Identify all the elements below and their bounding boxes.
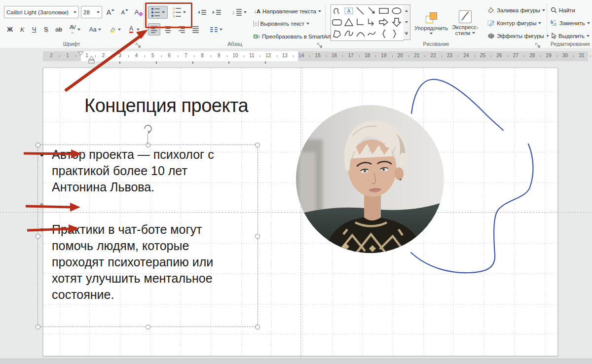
ruler-number: 24 bbox=[463, 53, 469, 58]
grow-font-icon bbox=[111, 9, 114, 11]
shadow-letter: S bbox=[44, 26, 48, 33]
ruler-tick bbox=[475, 55, 475, 57]
decrease-indent-button[interactable] bbox=[195, 6, 208, 19]
quick-styles-button[interactable]: Экспресс- стили bbox=[449, 4, 481, 42]
align-left-button[interactable] bbox=[148, 23, 160, 36]
decrease-indent-icon bbox=[197, 10, 206, 15]
arrange-button[interactable]: Упорядочить bbox=[415, 4, 447, 42]
replace-label: Заменить bbox=[559, 20, 585, 26]
rotate-handle[interactable] bbox=[143, 123, 153, 134]
horizontal-ruler[interactable]: 2112345678910111213141516171819202122232… bbox=[43, 51, 588, 61]
resize-handle-top-right[interactable] bbox=[255, 143, 260, 147]
chevron-down-icon bbox=[97, 11, 100, 13]
shrink-font-button[interactable]: А bbox=[118, 6, 131, 18]
shape-outline-button[interactable]: Контур фигуры bbox=[487, 20, 541, 27]
group-divider bbox=[547, 3, 547, 39]
text-shadow-button[interactable]: S bbox=[40, 23, 51, 36]
ruler-tick bbox=[540, 55, 541, 57]
gallery-scroll-down-button[interactable] bbox=[403, 17, 409, 28]
character-spacing-button[interactable]: AV ↔ bbox=[66, 23, 84, 36]
numbering-button[interactable]: 1 2 3 bbox=[170, 6, 189, 19]
font-color-bar bbox=[129, 32, 133, 33]
resize-handle-bottom-right[interactable] bbox=[255, 325, 260, 329]
slide-title[interactable]: Концепция проекта bbox=[84, 95, 248, 116]
line-spacing-icon: ↕ bbox=[232, 9, 242, 16]
resize-handle-middle-right[interactable] bbox=[255, 234, 260, 239]
bullet-paragraph-1[interactable]: • Автор проекта — психолог с практикой б… bbox=[40, 146, 214, 195]
smartart-label: Преобразовать в SmartArt bbox=[262, 34, 331, 39]
font-color-button[interactable]: А bbox=[125, 23, 142, 36]
bullet-marker: • bbox=[40, 146, 52, 195]
spacing-letters: AV bbox=[70, 25, 75, 30]
portrait-photo[interactable] bbox=[296, 105, 444, 253]
drawing-dialog-launcher[interactable] bbox=[535, 41, 541, 47]
paragraph-dialog-launcher[interactable] bbox=[317, 41, 323, 47]
increase-indent-button[interactable] bbox=[210, 6, 223, 19]
change-case-button[interactable]: Aa bbox=[87, 23, 104, 36]
ruler-tick bbox=[244, 55, 244, 57]
left-right-arrows-icon: ↔ bbox=[70, 30, 74, 35]
ruler-tick bbox=[309, 55, 310, 57]
bold-button[interactable]: Ж bbox=[4, 23, 16, 36]
bullet-marker: • bbox=[40, 221, 52, 303]
editing-group-label: Редактирование bbox=[549, 41, 592, 47]
ruler-tick bbox=[392, 55, 393, 57]
replace-button[interactable]: bc Заменить bbox=[551, 20, 590, 26]
align-right-button[interactable] bbox=[176, 23, 188, 36]
chevron-down-icon bbox=[77, 29, 80, 31]
align-center-button[interactable] bbox=[162, 23, 174, 36]
resize-handle-top-left[interactable] bbox=[36, 143, 40, 147]
align-left-icon bbox=[151, 26, 157, 33]
text-highlight-button[interactable] bbox=[107, 23, 123, 36]
shape-outline-icon bbox=[487, 20, 495, 27]
gallery-scroll-up-button[interactable] bbox=[403, 5, 409, 16]
line-spacing-button[interactable]: ↕ bbox=[230, 6, 249, 19]
shape-effects-button[interactable]: Эффекты фигуры bbox=[487, 33, 549, 39]
status-bar bbox=[0, 359, 592, 364]
drawing-group: A bbox=[327, 0, 546, 48]
columns-button[interactable] bbox=[207, 23, 225, 36]
paragraph-text: Практики в чат-боте могут помочь людям, … bbox=[52, 221, 213, 303]
resize-handle-bottom-center[interactable] bbox=[146, 325, 150, 329]
italic-button[interactable]: K bbox=[17, 23, 28, 36]
ruler-number: 16 bbox=[332, 53, 337, 58]
vertical-guide[interactable] bbox=[300, 68, 301, 359]
chevron-down-icon bbox=[405, 33, 408, 35]
gallery-more-button[interactable] bbox=[403, 28, 409, 39]
grow-font-button[interactable]: А bbox=[104, 6, 117, 18]
ruler-number: 3 bbox=[118, 53, 121, 58]
select-button[interactable]: Выделить bbox=[551, 33, 590, 39]
underline-button[interactable]: Ч bbox=[29, 23, 39, 36]
font-name-combobox[interactable]: Calibri Light (Заголовки) bbox=[4, 6, 79, 18]
content-textbox[interactable]: • Автор проекта — психолог с практикой б… bbox=[37, 145, 258, 327]
resize-handle-middle-left[interactable] bbox=[36, 234, 40, 239]
align-text-button[interactable]: ↕ Выровнять текст bbox=[254, 21, 309, 27]
justify-button[interactable] bbox=[189, 23, 202, 36]
ruler-tick bbox=[359, 55, 360, 57]
shape-gallery[interactable]: A bbox=[331, 4, 404, 41]
ruler-number: 20 bbox=[398, 53, 403, 58]
resize-handle-bottom-left[interactable] bbox=[36, 325, 40, 329]
find-button[interactable]: Найти bbox=[551, 7, 575, 13]
chevron-down-icon bbox=[538, 22, 541, 24]
ruler-tick bbox=[375, 55, 376, 57]
ruler-tick bbox=[145, 55, 145, 57]
font-color-icon: А bbox=[128, 25, 135, 34]
convert-smartart-button[interactable]: Преобразовать в SmartArt bbox=[254, 34, 336, 39]
text-direction-button[interactable]: ↓A Направление текста bbox=[254, 8, 321, 15]
portrait-image bbox=[296, 105, 444, 253]
ruler-tick bbox=[293, 55, 294, 57]
ruler-number: 25 bbox=[480, 53, 485, 58]
shape-outline-label: Контур фигуры bbox=[497, 20, 536, 26]
ruler-tab-mark bbox=[192, 62, 193, 64]
paragraph-group-label: Абзац bbox=[145, 41, 325, 47]
bullets-button[interactable] bbox=[148, 6, 168, 19]
shape-fill-button[interactable]: Заливка фигуры bbox=[487, 7, 545, 14]
font-size-combobox[interactable]: 28 bbox=[81, 6, 102, 18]
bullet-paragraph-2[interactable]: • Практики в чат-боте могут помочь людям… bbox=[40, 221, 213, 303]
strikethrough-button[interactable]: ab bbox=[52, 23, 65, 36]
font-dialog-launcher[interactable] bbox=[136, 41, 141, 47]
ruler-number: 1 bbox=[85, 53, 88, 58]
highlight-color-bar bbox=[111, 31, 114, 33]
resize-handle-top-center[interactable] bbox=[146, 143, 150, 147]
